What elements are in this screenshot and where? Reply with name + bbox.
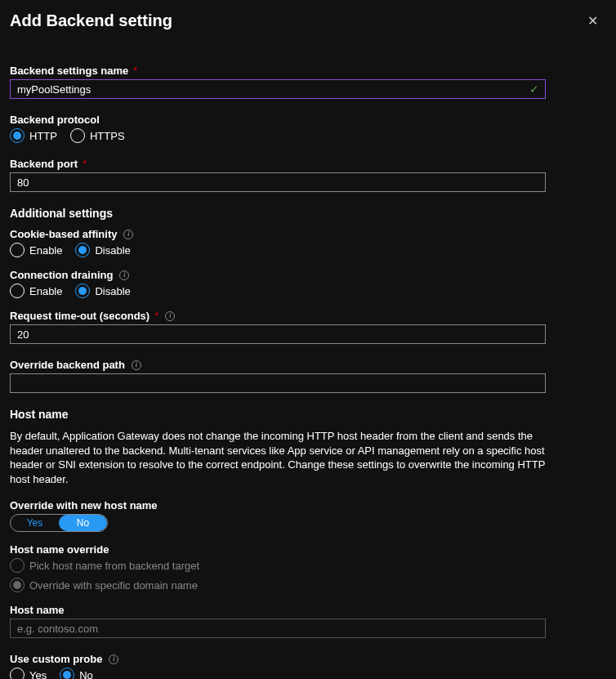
radio-icon bbox=[10, 578, 25, 592]
radio-icon bbox=[10, 558, 25, 573]
radio-icon bbox=[10, 284, 25, 298]
custom-probe-no-label: No bbox=[79, 669, 93, 679]
info-icon[interactable]: i bbox=[132, 360, 141, 370]
drain-disable-label: Disable bbox=[95, 285, 130, 297]
backend-port-label: Backend port bbox=[10, 158, 78, 170]
protocol-http-label: HTTP bbox=[29, 130, 57, 142]
cookie-enable-radio[interactable]: Enable bbox=[10, 243, 62, 257]
host-override-specific-radio: Override with specific domain name bbox=[10, 578, 606, 592]
cookie-disable-label: Disable bbox=[95, 244, 130, 257]
cookie-enable-label: Enable bbox=[29, 244, 62, 257]
connection-draining-label: Connection draining bbox=[10, 269, 113, 281]
hostname-input bbox=[10, 619, 546, 638]
host-override-type-label: Host name override bbox=[10, 543, 109, 556]
override-host-yes[interactable]: Yes bbox=[11, 515, 59, 531]
cookie-disable-radio[interactable]: Disable bbox=[75, 243, 130, 257]
radio-icon bbox=[10, 668, 25, 679]
radio-icon bbox=[75, 284, 90, 298]
custom-probe-no-radio[interactable]: No bbox=[60, 668, 93, 679]
host-override-specific-label: Override with specific domain name bbox=[29, 579, 198, 592]
host-override-backend-label: Pick host name from backend target bbox=[29, 560, 199, 572]
override-path-label: Override backend path bbox=[10, 359, 125, 371]
backend-protocol-label: Backend protocol bbox=[10, 114, 100, 126]
override-host-label: Override with new host name bbox=[10, 499, 158, 511]
timeout-label: Request time-out (seconds) bbox=[10, 310, 150, 322]
page-title: Add Backend setting bbox=[10, 11, 172, 30]
protocol-https-radio[interactable]: HTTPS bbox=[70, 128, 125, 143]
info-icon[interactable]: i bbox=[109, 654, 118, 664]
hostname-heading: Host name bbox=[10, 408, 606, 421]
drain-disable-radio[interactable]: Disable bbox=[75, 284, 130, 298]
required-indicator: * bbox=[83, 158, 87, 170]
hostname-label: Host name bbox=[10, 604, 64, 616]
timeout-input[interactable] bbox=[10, 324, 546, 344]
backend-name-input[interactable] bbox=[10, 79, 546, 99]
host-override-backend-radio: Pick host name from backend target bbox=[10, 558, 606, 573]
radio-icon bbox=[75, 243, 90, 257]
close-icon[interactable]: ✕ bbox=[584, 10, 601, 32]
override-host-toggle[interactable]: Yes No bbox=[10, 514, 108, 532]
custom-probe-label: Use custom probe bbox=[10, 653, 102, 665]
protocol-http-radio[interactable]: HTTP bbox=[10, 128, 57, 143]
custom-probe-yes-radio[interactable]: Yes bbox=[10, 668, 47, 679]
custom-probe-yes-label: Yes bbox=[29, 669, 47, 679]
override-path-input[interactable] bbox=[10, 373, 546, 393]
radio-icon bbox=[70, 128, 85, 143]
protocol-https-label: HTTPS bbox=[90, 130, 125, 142]
drain-enable-radio[interactable]: Enable bbox=[10, 284, 62, 298]
info-icon[interactable]: i bbox=[165, 311, 175, 321]
required-indicator: * bbox=[133, 65, 137, 77]
override-host-no[interactable]: No bbox=[59, 515, 107, 531]
required-indicator: * bbox=[154, 310, 158, 322]
radio-icon bbox=[10, 128, 25, 143]
additional-settings-heading: Additional settings bbox=[10, 207, 606, 220]
backend-port-input[interactable] bbox=[10, 172, 546, 192]
radio-icon bbox=[60, 668, 74, 679]
drain-enable-label: Enable bbox=[29, 285, 62, 297]
info-icon[interactable]: i bbox=[123, 230, 133, 239]
info-icon[interactable]: i bbox=[119, 270, 129, 280]
backend-name-label: Backend settings name bbox=[10, 65, 128, 77]
hostname-description: By default, Application Gateway does not… bbox=[10, 429, 549, 486]
radio-icon bbox=[10, 243, 25, 257]
check-icon: ✓ bbox=[529, 83, 539, 96]
cookie-affinity-label: Cookie-based affinity bbox=[10, 228, 117, 240]
